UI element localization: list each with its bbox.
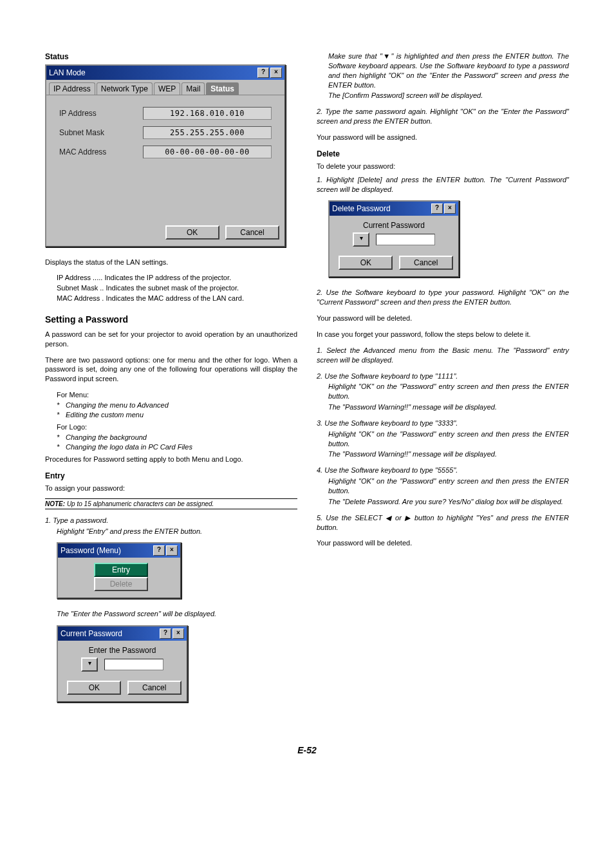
status-desc: Displays the status of the LAN settings. [45,258,297,267]
lan-mode-dialog: LAN Mode ? × IP Address Network Type WEP… [45,64,286,247]
menu-item-2: Editing the custom menu [57,411,297,419]
delete-button-disabled[interactable]: Delete [94,577,148,591]
ip-value: 192.168.010.010 [143,107,272,120]
delete-password-dialog: Delete Password ? × Current Password ▾ O… [328,200,460,278]
right-step2: 2. Type the same password again. Highlig… [317,107,569,126]
entry-step1b: Highlight "Entry" and press the ENTER bu… [57,527,297,536]
menu-item-1: Changing the menu to Advanced [57,401,297,409]
entry-step1a: 1. Type a password. [45,516,297,525]
right-top2: The [Confirm Password] screen will be di… [328,91,569,100]
curpwd-label: Enter the Password [58,641,187,656]
delpwd-label: Current Password [330,216,458,231]
pw-assigned: Your password will be assigned. [317,133,569,142]
fg2b: Highlight "OK" on the "Password" entry s… [328,382,569,401]
tab-mail[interactable]: Mail [181,82,205,95]
subnet-label: Subnet Mask [59,128,143,137]
fg2c: The "Password Warning!!" message will be… [328,402,569,412]
def-subnet: Subnet Mask .. Indicates the subnet mask… [57,284,297,292]
close-icon[interactable]: × [166,545,178,556]
lan-tabs: IP Address Network Type WEP Mail Status [46,80,284,95]
curpwd-ok-button[interactable]: OK [67,681,121,695]
logo-item-2: Changing the logo data in PC Card Files [57,443,297,451]
close-icon[interactable]: × [270,68,282,78]
entry-button[interactable]: Entry [94,563,148,577]
right-top1: Make sure that "▼" is highlighted and th… [328,52,569,90]
mac-value: 00-00-00-00-00-00 [143,146,272,158]
note-text: Up to 15 alphanumeric characters can be … [65,500,214,507]
fg3c: The "Password Warning!!" message will be… [328,449,569,459]
fg1: 1. Select the Advanced menu from the Bas… [317,346,569,365]
dropdown-icon[interactable]: ▾ [81,657,98,672]
entry-desc: To assign your password: [45,484,297,493]
setting-password-heading: Setting a Password [45,314,297,326]
pwd-proc: Procedures for Password setting apply to… [45,455,297,464]
entry-heading: Entry [45,471,297,481]
lan-title: LAN Mode [49,68,256,77]
ip-label: IP Address [59,109,143,118]
lan-titlebar: LAN Mode ? × [46,66,284,80]
tab-ipaddress[interactable]: IP Address [49,82,95,95]
delete-heading: Delete [317,149,569,159]
for-menu-label: For Menu: [57,390,297,400]
pwd-p1: A password can be set for your projector… [45,330,297,349]
tab-wep[interactable]: WEP [154,82,180,95]
pw-deleted1: Your password will be deleted. [317,314,569,323]
logo-item-1: Changing the background [57,433,297,441]
curpwd-cancel-button[interactable]: Cancel [127,681,181,695]
lan-ok-button[interactable]: OK [165,225,219,240]
fg5: 5. Use the SELECT ◀ or ▶ button to highl… [317,513,569,533]
curpwd-title: Current Password [60,629,158,638]
lan-cancel-button[interactable]: Cancel [225,225,279,240]
fg3a: 3. Use the Software keyboard to type "33… [317,419,569,428]
mac-label: MAC Address [59,147,143,156]
delete-desc: To delete your password: [317,162,569,171]
del-step2: 2. Use the Software keyboard to type you… [317,288,569,307]
help-icon[interactable]: ? [257,68,269,78]
def-mac: MAC Address . Indicates the MAC address … [57,294,297,302]
enter-pw-shown: The "Enter the Password screen" will be … [57,609,297,619]
fg3b: Highlight "OK" on the "Password" entry s… [328,429,569,449]
page-number: E-52 [0,745,614,768]
pw-deleted2: Your password will be deleted. [317,538,569,548]
fg4c: The "Delete Password. Are you sure? Yes/… [328,497,569,507]
def-ip: IP Address ..... Indicates the IP addres… [57,274,297,281]
subnet-value: 255.255.255.000 [143,126,272,139]
close-icon[interactable]: × [172,628,184,639]
dropdown-icon[interactable]: ▾ [353,232,369,247]
delete-password-input[interactable] [376,234,435,245]
del-step1: 1. Highlight [Delete] and press the ENTE… [317,175,569,194]
delpwd-ok-button[interactable]: OK [339,256,393,270]
delpwd-title: Delete Password [332,204,430,213]
tab-status[interactable]: Status [206,82,239,95]
forgot-intro: In case you forget your password, follow… [317,330,569,339]
current-password-dialog: Current Password ? × Enter the Password … [57,625,188,703]
pwdmenu-title: Password (Menu) [60,546,152,555]
note-label: NOTE: [45,500,65,507]
help-icon[interactable]: ? [431,203,443,214]
fg4a: 4. Use the Software keyboard to type "55… [317,466,569,475]
for-logo-label: For Logo: [57,422,297,432]
tab-networktype[interactable]: Network Type [97,82,153,95]
note-line: NOTE: Up to 15 alphanumeric characters c… [45,498,297,509]
help-icon[interactable]: ? [160,628,171,639]
pwd-p2: There are two password options: one for … [45,355,297,384]
delpwd-cancel-button[interactable]: Cancel [399,256,453,270]
password-input[interactable] [104,659,163,670]
fg2a: 2. Use the Software keyboard to type "11… [317,372,569,381]
help-icon[interactable]: ? [153,545,165,556]
status-heading: Status [45,52,297,62]
close-icon[interactable]: × [444,203,456,214]
password-menu-dialog: Password (Menu) ? × Entry Delete [57,542,181,599]
fg4b: Highlight "OK" on the "Password" entry s… [328,476,569,496]
